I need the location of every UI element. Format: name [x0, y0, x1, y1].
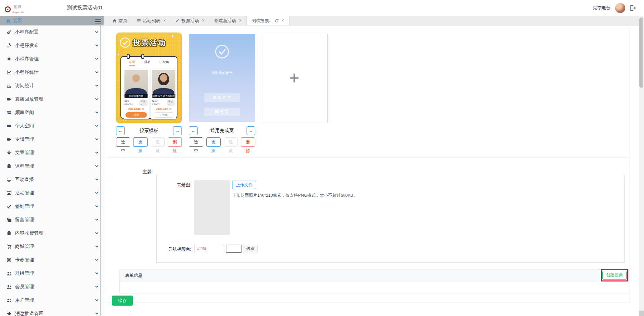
candidate-list: 科比布莱恩特编号: 010001详情>2461346 票投票迪丽热巴·迪力木拉提… [121, 65, 177, 119]
chevron-down-icon [95, 298, 99, 302]
sparkle-icon: ✦ [117, 53, 120, 57]
sidebar-item[interactable]: 消息推送管理 [0, 307, 104, 316]
vote-card-tab[interactable]: 已投票 [159, 60, 169, 64]
close-icon[interactable]: ✕ [281, 18, 284, 23]
tab[interactable]: 创建新活动✕ [209, 16, 246, 25]
primary-action-button[interactable]: 更换 [133, 137, 147, 147]
sidebar-item[interactable]: 留言管理 [0, 213, 104, 227]
nav-color-input[interactable] [194, 244, 224, 253]
sidebar-item[interactable]: 群组管理 [0, 267, 104, 280]
check-circle-icon [119, 37, 131, 48]
create-vote-button[interactable]: 创建投票 [602, 271, 627, 280]
sidebar-header[interactable]: 首页 [0, 16, 104, 25]
sidebar-item[interactable]: 用户管理 [0, 294, 104, 307]
upload-file-button[interactable]: 上传文件 [232, 181, 256, 189]
gear-icon [7, 57, 11, 61]
next-arrow-button[interactable]: → [247, 126, 255, 135]
clipboard-icon [7, 164, 11, 169]
sidebar-item[interactable]: 访问统计 [0, 79, 104, 92]
choose-color-button[interactable]: 选择 [243, 245, 258, 253]
candidate-detail-badge[interactable]: 详情> [139, 100, 148, 106]
section-divider [107, 157, 630, 157]
tab-bar: 首页活动列表✕投票活动✕创建新活动✕测试投票...✕ [104, 16, 639, 25]
sidebar-item[interactable]: 个人空间 [0, 119, 104, 133]
chartline-icon [7, 70, 11, 75]
sidebar-item[interactable]: 小程序配置 [0, 25, 104, 39]
color-swatch[interactable] [226, 245, 241, 253]
theme-label: 主题: [143, 169, 153, 175]
candidate-detail-badge[interactable]: 详情> [167, 100, 175, 106]
close-icon[interactable]: ✕ [202, 18, 205, 23]
sidebar-item[interactable]: 签到管理 [0, 200, 104, 213]
sidebar-item[interactable]: 小程序统计 [0, 66, 104, 79]
sidebar-item[interactable]: 直播回放管理 [0, 92, 104, 106]
chevron-down-icon [95, 191, 99, 195]
tab[interactable]: 活动列表✕ [132, 16, 171, 25]
sidebar-item-label: 小程序发布 [15, 43, 39, 49]
next-arrow-button[interactable]: → [173, 126, 182, 135]
page-scrollbar[interactable] [639, 16, 644, 316]
background-label: 背景图: [157, 182, 191, 188]
menu-toggle-icon[interactable] [95, 18, 101, 23]
close-icon[interactable]: ✕ [163, 18, 166, 23]
vote-button[interactable]: 投票 [125, 112, 147, 118]
default-action-button[interactable]: 选中 [116, 137, 130, 147]
back-home-button[interactable]: 回首页 [204, 108, 240, 116]
chevron-down-icon [95, 151, 99, 154]
sidebar: 首页 小程序配置小程序发布小程序管理小程序统计访问统计直播回放管理频率空间个人空… [0, 16, 104, 316]
tab[interactable]: 首页 [108, 16, 132, 25]
prev-arrow-button[interactable]: ← [116, 126, 125, 135]
sidebar-item[interactable]: 会员管理 [0, 280, 104, 294]
primary-action-button[interactable]: 更换 [206, 137, 221, 147]
candidate-card: 科比布莱恩特编号: 010001详情>2461346 票投票 [123, 69, 149, 119]
sparkle-icon: ✦ [171, 34, 174, 39]
highlight-box: 创建投票 [601, 269, 628, 281]
candidate-photo: 科比布莱恩特 [124, 70, 148, 98]
sidebar-item[interactable]: 课程管理 [0, 160, 104, 173]
prev-arrow-button[interactable]: ← [189, 126, 198, 135]
tab[interactable]: 测试投票...✕ [247, 16, 289, 25]
bullhorn-icon [7, 311, 11, 316]
sidebar-item[interactable]: 频率空间 [0, 106, 104, 119]
home-icon [6, 19, 10, 23]
chevron-down-icon [95, 30, 99, 34]
vote-card-tab[interactable]: 排名 [144, 60, 151, 64]
userfriends-icon [7, 298, 11, 303]
continue-button[interactable]: 继续参与 [204, 93, 240, 102]
refresh-icon[interactable] [275, 19, 279, 23]
danger-action-button[interactable]: 删除 [241, 137, 255, 147]
sidebar-item[interactable]: 活动管理 [0, 186, 104, 200]
form-info-section: 表单信息 创建投票 [119, 269, 630, 294]
save-button[interactable]: 保存 [112, 296, 133, 306]
disabled-action-button: 隐藏 [224, 137, 238, 147]
chevron-down-icon [95, 164, 99, 168]
sidebar-item[interactable]: 卡券管理 [0, 253, 104, 267]
sidebar-item[interactable]: 内容收费管理 [0, 227, 104, 240]
close-icon[interactable]: ✕ [238, 18, 241, 23]
sidebar-item[interactable]: 文章管理 [0, 146, 104, 160]
sidebar-scrollbar[interactable] [100, 25, 103, 316]
sidebar-item[interactable]: 小程序管理 [0, 52, 104, 66]
scrollbar-thumb[interactable] [639, 17, 643, 88]
sidebar-item[interactable]: 互动直播 [0, 173, 104, 186]
tab[interactable]: 投票活动✕ [171, 16, 209, 25]
sidebar-item[interactable]: 专辑管理 [0, 133, 104, 146]
sidebar-item[interactable]: 商城管理 [0, 240, 104, 253]
chevron-down-icon [95, 231, 99, 235]
add-template-card[interactable]: + [261, 34, 328, 123]
chevron-down-icon [95, 285, 99, 289]
background-image-placeholder[interactable] [194, 180, 230, 235]
sidebar-item[interactable]: 小程序发布 [0, 39, 104, 52]
chevron-down-icon [95, 245, 99, 248]
user-avatar[interactable] [615, 3, 625, 13]
done-template-card[interactable]: 感谢您的参与 继续参与 回首页 [189, 34, 255, 122]
bars-icon [7, 110, 11, 115]
voted-button[interactable]: 已投票 [153, 112, 174, 118]
danger-action-button[interactable]: 删除 [168, 137, 182, 147]
vote-template-card[interactable]: 投票活动 ✦ ✦ 最新排名已投票 科比布莱恩特编号: 010001详情>2461… [116, 33, 182, 123]
form-info-empty-row [119, 281, 630, 294]
logout-icon[interactable] [630, 5, 636, 11]
users-icon [7, 271, 11, 276]
vote-card-tab[interactable]: 最新 [129, 60, 135, 64]
default-action-button[interactable]: 选中 [189, 137, 203, 147]
